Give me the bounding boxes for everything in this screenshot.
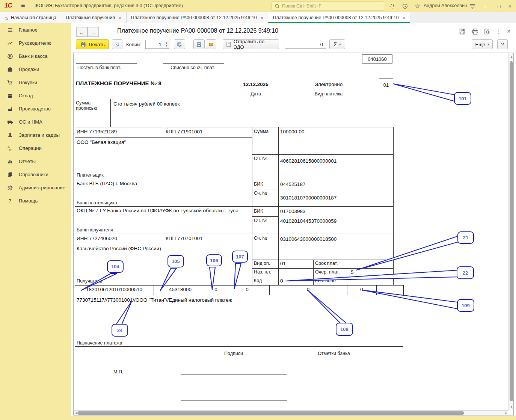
more-button[interactable]: Еще ▾ <box>472 39 493 49</box>
sidebar-label: Отчеты <box>19 159 36 164</box>
sidebar-item-bank-cash[interactable]: Банк и касса <box>0 50 71 63</box>
sidebar-item-os-nma[interactable]: ОС и НМА <box>0 115 71 128</box>
scroll-down-icon[interactable]: ▼ <box>510 405 513 409</box>
sidebar-item-manager[interactable]: Руководителю <box>0 36 71 50</box>
sidebar-item-salary-hr[interactable]: Зарплата и кадры <box>0 128 71 142</box>
sidebar-item-main[interactable]: Главное <box>0 23 71 36</box>
sidebar-label: Склад <box>19 93 33 98</box>
forward-button[interactable]: → <box>88 27 99 37</box>
sidebar-label: Справочники <box>19 172 48 177</box>
kod-value: 0 <box>280 278 283 284</box>
sidebar: Главное Руководителю Банк и касса Продаж… <box>0 23 71 420</box>
payment-kind-value: Электронно <box>296 82 361 87</box>
sidebar-item-operations[interactable]: ДтКт Операции <box>0 142 71 155</box>
tab-close-icon[interactable]: × <box>403 15 406 21</box>
sidebar-item-directories[interactable]: Справочники <box>0 168 71 181</box>
table-pencil-icon <box>177 42 182 47</box>
sidebar-item-administration[interactable]: Администрирование <box>0 181 71 194</box>
callout-24: 24 <box>112 324 128 337</box>
question-icon: ? <box>501 42 504 47</box>
factory-icon <box>7 106 13 112</box>
leader-21 <box>356 236 460 270</box>
tab-payment-order-1[interactable]: Платежное поручение РА00-000008 от 12.12… <box>127 12 269 23</box>
tab-payment-order-2-active[interactable]: Платежное поручение РА00-000008 от 12.12… <box>268 12 410 23</box>
sidebar-label: Помощь <box>19 198 38 204</box>
horizontal-scrollbar-thumb[interactable] <box>77 411 464 415</box>
sum-field[interactable]: 0 <box>285 40 326 49</box>
maximize-button[interactable]: □ <box>494 2 503 10</box>
search-input[interactable]: Поиск Ctrl+Shift+F <box>272 2 384 11</box>
tab-label: Платежное поручение РА00-000008 от 12.12… <box>273 15 398 20</box>
ocher-plat-value: 5 <box>351 269 354 275</box>
sigma-button[interactable]: Σ ▾ <box>329 39 345 49</box>
help-button[interactable]: ? <box>497 39 508 49</box>
receiver-name: Казначейство России (ФНС России) <box>77 246 161 251</box>
field-105-oktmo: 45318000 <box>154 287 207 292</box>
main-menu-icon[interactable]: ≡ <box>21 2 25 9</box>
field-104-kbk: 18201061201010000510 <box>75 287 154 292</box>
send-edo-button[interactable]: Отправить по ЭДО <box>223 39 279 49</box>
copies-stepper[interactable]: ▴ ▾ <box>164 40 169 49</box>
sidebar-item-sales[interactable]: Продажи <box>0 63 71 76</box>
bar-chart-icon <box>7 159 13 164</box>
amount-words-value: Сто тысяч рублей 00 копеек <box>113 101 180 107</box>
shopping-cart-icon <box>7 80 13 85</box>
scroll-right-icon[interactable]: ► <box>505 411 508 415</box>
receiver-label: Получатель <box>77 278 102 284</box>
tab-payment-orders-list[interactable]: Платежные поручения × <box>61 12 127 23</box>
tab-close-icon[interactable]: × <box>119 15 122 21</box>
save-icon[interactable] <box>457 27 467 36</box>
user-menu[interactable]: Андрей Алексеевич <box>424 3 467 8</box>
print-icon[interactable] <box>470 27 480 36</box>
more-dots-icon[interactable]: ⋮ <box>493 27 503 36</box>
signatures-label: Подписи <box>205 351 262 356</box>
edit-form-button[interactable] <box>174 39 185 49</box>
field-107: 0 <box>225 287 269 292</box>
mp-stamp-label: М.П. <box>113 369 123 375</box>
minimize-button[interactable]: – <box>481 2 490 10</box>
sidebar-item-help[interactable]: ? Помощь <box>0 194 71 207</box>
receiver-bank-label: Банк получателя <box>77 227 113 233</box>
copies-input[interactable]: 1 <box>145 40 164 49</box>
menu-lines-icon <box>7 27 13 33</box>
close-document-icon[interactable]: × <box>504 27 514 36</box>
search-placeholder: Поиск Ctrl+Shift+F <box>282 3 321 9</box>
save-button[interactable] <box>193 39 205 49</box>
sidebar-item-warehouse[interactable]: Склад <box>0 89 71 102</box>
receiver-bank-acc: 40102810445370000059 <box>280 218 336 224</box>
tab-label: Платежное поручение РА00-000008 от 12.12… <box>131 15 257 20</box>
tab-bar: ⌂ Начальная страница Платежные поручения… <box>0 12 516 23</box>
callout-106: 106 <box>206 254 222 266</box>
stepper-up-icon[interactable]: ▴ <box>166 41 167 44</box>
print-button[interactable]: Печать <box>76 39 109 49</box>
scroll-up-icon[interactable]: ▲ <box>510 55 513 59</box>
panel-settings-icon[interactable] <box>468 2 477 10</box>
stepper-down-icon[interactable]: ▾ <box>166 44 167 47</box>
sidebar-item-purchases[interactable]: Покупки <box>0 76 71 89</box>
payer-bank-acc: 30101810700000000187 <box>280 195 336 201</box>
tab-home[interactable]: ⌂ Начальная страница <box>0 12 61 23</box>
favorites-star-icon[interactable]: ☆ <box>413 2 422 10</box>
payer-bank-bik-label: БИК <box>254 181 263 187</box>
leader-22 <box>286 270 459 281</box>
sidebar-item-reports[interactable]: Отчеты <box>0 155 71 168</box>
vertical-scrollbar-thumb[interactable] <box>510 61 513 401</box>
back-button[interactable]: ← <box>76 27 88 37</box>
email-button[interactable] <box>206 39 216 49</box>
tab-close-icon[interactable]: × <box>261 15 264 21</box>
sidebar-item-production[interactable]: Производство <box>0 102 71 115</box>
leader-106 <box>210 267 215 290</box>
svg-text:Кт: Кт <box>9 149 12 151</box>
notifications-bell-icon[interactable] <box>388 2 397 10</box>
preview-icon[interactable] <box>482 27 492 36</box>
horizontal-scrollbar[interactable]: ◄ ► <box>74 410 508 415</box>
payer-kpp: КПП 771901001 <box>166 129 203 134</box>
close-window-button[interactable]: × <box>505 2 514 10</box>
1c-logo: 1С <box>5 2 12 9</box>
sigma-icon: Σ <box>333 41 337 47</box>
scroll-left-icon[interactable]: ◄ <box>74 411 77 415</box>
payer-status-box: 01 <box>379 79 393 91</box>
history-icon[interactable] <box>400 2 409 10</box>
print-preview-button[interactable] <box>112 39 122 49</box>
vertical-scrollbar[interactable]: ▲ ▼ <box>508 53 513 410</box>
